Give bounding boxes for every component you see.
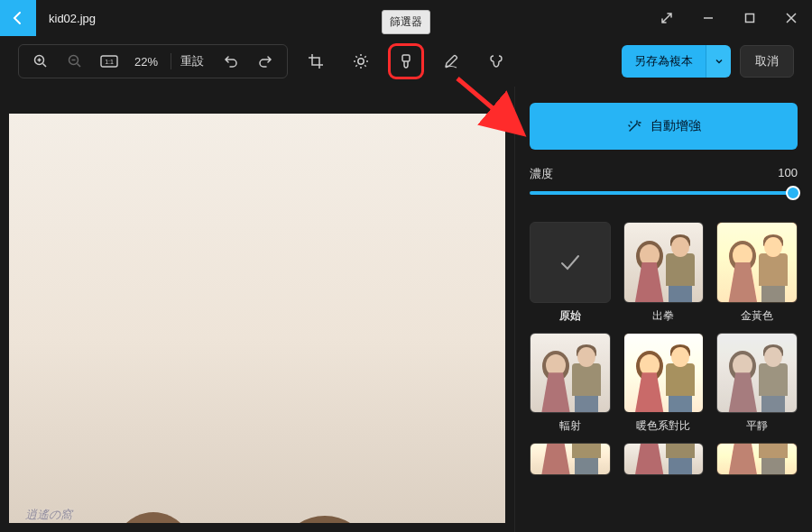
- slider-thumb[interactable]: [786, 186, 800, 200]
- minimize-icon: [703, 13, 714, 23]
- redo-button[interactable]: [249, 46, 281, 77]
- undo-button[interactable]: [215, 46, 247, 77]
- auto-enhance-button[interactable]: 自動增強: [530, 103, 798, 150]
- image-canvas[interactable]: 逍遙の窩: [0, 87, 514, 532]
- aspect-1-1-icon: 1:1: [100, 55, 118, 68]
- svg-rect-0: [746, 14, 754, 23]
- filter-punch[interactable]: 出拳: [623, 222, 705, 324]
- close-icon: [786, 13, 797, 23]
- filter-label: 金黃色: [716, 308, 798, 324]
- fit-button[interactable]: 1:1: [93, 46, 125, 77]
- adjust-tool[interactable]: [346, 46, 376, 77]
- intensity-slider[interactable]: [530, 191, 798, 195]
- wand-icon: [627, 119, 641, 133]
- filter-thumb: [530, 443, 611, 475]
- side-panel: 自動增強 濃度 100 原始 出拳: [514, 87, 812, 532]
- photo-image: [9, 114, 505, 523]
- filter-thumb: [716, 222, 798, 303]
- pen-icon: [443, 53, 459, 69]
- filter-thumb-original: [530, 222, 611, 303]
- intensity-row: 濃度 100: [530, 166, 798, 182]
- filter-warm-contrast[interactable]: 暖色系對比: [623, 333, 705, 435]
- intensity-label: 濃度: [530, 166, 553, 182]
- toolbar: 1:1 22% 重設 篩選器 另存為複本: [0, 36, 812, 87]
- svg-rect-6: [402, 55, 410, 61]
- brightness-icon: [353, 53, 369, 69]
- redo-icon: [258, 54, 272, 69]
- filter-more-1[interactable]: [530, 443, 611, 475]
- filter-thumb: [716, 443, 798, 475]
- filter-brush-icon: [398, 53, 414, 69]
- filter-more-2[interactable]: [623, 443, 705, 475]
- filter-thumb: [623, 443, 705, 475]
- svg-text:1:1: 1:1: [105, 59, 114, 65]
- close-button[interactable]: [770, 0, 812, 36]
- save-dropdown[interactable]: [706, 45, 731, 78]
- filter-label: 出拳: [623, 308, 705, 324]
- maximize-button[interactable]: [729, 0, 770, 36]
- svg-point-5: [358, 59, 364, 64]
- markup-tool[interactable]: [436, 46, 466, 77]
- tooltip-filter: 篩選器: [382, 10, 430, 34]
- zoom-in-icon: [32, 53, 49, 69]
- zoom-in-button[interactable]: [24, 46, 57, 77]
- auto-enhance-label: 自動增強: [651, 118, 701, 134]
- filter-label: 平靜: [716, 418, 798, 434]
- intensity-value: 100: [778, 166, 798, 182]
- undo-icon: [224, 54, 238, 69]
- retouch-tool[interactable]: [481, 46, 512, 77]
- save-as-copy-button[interactable]: 另存為複本: [622, 45, 706, 78]
- zoom-out-icon: [67, 53, 83, 69]
- crop-icon: [308, 53, 324, 69]
- filter-original[interactable]: 原始: [530, 222, 611, 324]
- zoom-out-button[interactable]: [59, 46, 91, 77]
- filter-more-3[interactable]: [716, 443, 798, 475]
- filter-golden[interactable]: 金黃色: [716, 222, 798, 324]
- minimize-button[interactable]: [687, 0, 729, 36]
- save-split-button: 另存為複本: [622, 45, 731, 78]
- arrow-left-icon: [11, 11, 25, 25]
- main-area: 逍遙の窩 自動增強 濃度 100 原始: [0, 87, 812, 532]
- chevron-down-icon: [715, 57, 724, 66]
- maximize-icon: [744, 13, 755, 23]
- filter-thumb: [623, 333, 705, 414]
- filter-label: 暖色系對比: [623, 418, 705, 434]
- zoom-level[interactable]: 22%: [127, 55, 165, 69]
- filter-thumb: [623, 222, 705, 303]
- reset-button[interactable]: 重設: [171, 53, 213, 69]
- zoom-group: 1:1 22% 重設: [18, 44, 288, 78]
- cancel-button[interactable]: 取消: [740, 45, 794, 78]
- expand-button[interactable]: [646, 0, 687, 36]
- filter-thumb: [716, 333, 798, 414]
- filter-radiate[interactable]: 輻射: [530, 333, 611, 435]
- expand-diagonal-icon: [660, 12, 673, 24]
- filter-calm[interactable]: 平靜: [716, 333, 798, 435]
- edit-tools: 篩選器: [300, 46, 512, 77]
- heal-icon: [488, 53, 504, 69]
- filter-label: 原始: [530, 308, 611, 324]
- filter-thumb: [530, 333, 611, 414]
- watermark: 逍遙の窩: [25, 507, 72, 523]
- filter-label: 輻射: [530, 418, 611, 434]
- back-button[interactable]: [0, 0, 36, 36]
- filter-tool[interactable]: 篩選器: [391, 46, 421, 77]
- crop-tool[interactable]: [300, 46, 331, 77]
- check-icon: [557, 249, 584, 276]
- action-buttons: 另存為複本 取消: [622, 45, 794, 78]
- filter-grid: 原始 出拳 金黃色 輻射: [530, 222, 798, 475]
- file-name: kid02.jpg: [36, 12, 96, 25]
